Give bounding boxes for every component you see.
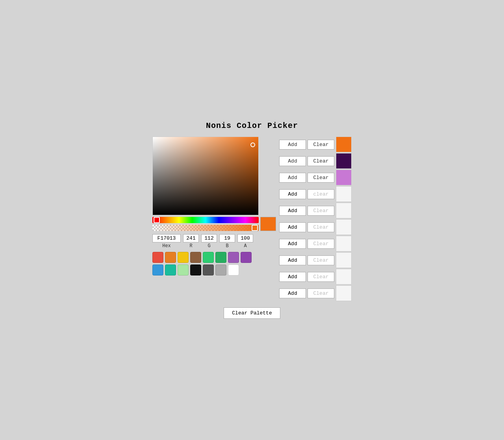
preset-light-green[interactable] <box>178 264 189 275</box>
palette-row: AddClear <box>279 203 352 218</box>
palette-clear-button[interactable]: Clear <box>308 288 334 298</box>
palette-clear-button[interactable]: Clear <box>308 239 334 249</box>
palette-swatch <box>336 219 352 235</box>
palette-add-button[interactable]: Add <box>279 140 306 150</box>
hue-slider-wrapper[interactable] <box>152 217 259 223</box>
palette-row: AddClear <box>279 219 352 235</box>
palette-clear-button[interactable]: Clear <box>308 206 334 216</box>
palette-row: AddClear <box>279 137 352 152</box>
a-input-group: A <box>237 234 253 249</box>
alpha-slider-wrapper[interactable] <box>152 225 259 231</box>
palette-add-button[interactable]: Add <box>279 239 306 249</box>
color-gradient-canvas[interactable] <box>152 137 259 215</box>
preset-cyan[interactable] <box>165 264 176 275</box>
palette-row: AddClear <box>279 170 352 185</box>
hue-thumb[interactable] <box>154 217 160 223</box>
palette-swatch <box>336 137 352 152</box>
palette-add-button[interactable]: Add <box>279 255 306 265</box>
preset-purple-light[interactable] <box>228 252 239 263</box>
preset-green[interactable] <box>203 252 214 263</box>
preset-blue[interactable] <box>152 264 163 275</box>
preset-dark-gray[interactable] <box>203 264 214 275</box>
palette-clear-button[interactable]: Clear <box>308 272 334 282</box>
preset-brown[interactable] <box>190 252 201 263</box>
palette-add-button[interactable]: Add <box>279 189 306 199</box>
preset-gray[interactable] <box>215 264 226 275</box>
palette-swatch <box>336 252 352 268</box>
palette-swatch <box>336 170 352 185</box>
preset-purple-dark[interactable] <box>241 252 252 263</box>
palette-row: AddClear <box>279 285 352 301</box>
color-values: Hex R G B A <box>152 234 276 249</box>
hex-input-group: Hex <box>152 234 181 249</box>
palette-clear-button[interactable]: Clear <box>308 173 334 183</box>
palette-swatch <box>336 203 352 218</box>
palette-clear-button[interactable]: Clear <box>308 255 334 265</box>
g-input[interactable] <box>201 234 217 242</box>
preset-row-2 <box>152 264 276 275</box>
palette-swatch <box>336 236 352 251</box>
palette-row: AddClear <box>279 252 352 268</box>
right-panel: AddClearAddClearAddClearAddclearAddClear… <box>279 137 352 301</box>
preset-red[interactable] <box>152 252 163 263</box>
palette-swatch <box>336 285 352 301</box>
palette-add-button[interactable]: Add <box>279 206 306 216</box>
a-label: A <box>244 243 246 249</box>
palette-add-button[interactable]: Add <box>279 272 306 282</box>
left-panel: Hex R G B A <box>152 137 276 275</box>
palette-row: Addclear <box>279 186 352 202</box>
palette-clear-button[interactable]: clear <box>308 189 334 199</box>
alpha-thumb[interactable] <box>252 225 258 231</box>
hex-label: Hex <box>162 243 171 249</box>
preset-dark-green[interactable] <box>215 252 226 263</box>
sliders-row <box>152 217 276 231</box>
current-color-preview <box>260 217 276 231</box>
gradient-cursor <box>250 142 255 147</box>
b-label: B <box>226 243 228 249</box>
r-label: R <box>189 243 192 249</box>
preset-orange[interactable] <box>165 252 176 263</box>
palette-add-button[interactable]: Add <box>279 288 306 298</box>
palette-swatch <box>336 269 352 285</box>
preset-black[interactable] <box>190 264 201 275</box>
palette-swatch <box>336 186 352 202</box>
alpha-slider[interactable] <box>152 225 259 231</box>
preset-row-1 <box>152 252 276 263</box>
palette-clear-button[interactable]: Clear <box>308 140 334 150</box>
palette-row: AddClear <box>279 236 352 251</box>
r-input[interactable] <box>183 234 199 242</box>
clear-palette-button[interactable]: Clear Palette <box>224 307 280 319</box>
palette-add-button[interactable]: Add <box>279 156 306 166</box>
r-input-group: R <box>183 234 199 249</box>
g-input-group: G <box>201 234 217 249</box>
a-input[interactable] <box>237 234 253 242</box>
palette-swatch <box>336 153 352 169</box>
sliders-col <box>152 217 259 231</box>
preset-yellow[interactable] <box>178 252 189 263</box>
palette-row: AddClear <box>279 153 352 169</box>
palette-add-button[interactable]: Add <box>279 222 306 232</box>
palette-clear-button[interactable]: Clear <box>308 222 334 232</box>
preset-colors <box>152 252 276 275</box>
b-input-group: B <box>219 234 235 249</box>
b-input[interactable] <box>219 234 235 242</box>
picker-body: Hex R G B A <box>152 137 352 301</box>
g-label: G <box>208 243 210 249</box>
preset-white[interactable] <box>228 264 239 275</box>
color-picker: Nonis Color Picker <box>152 121 352 319</box>
palette-clear-button[interactable]: Clear <box>308 156 334 166</box>
hue-slider[interactable] <box>152 217 259 223</box>
palette-add-button[interactable]: Add <box>279 173 306 183</box>
palette-row: AddClear <box>279 269 352 285</box>
hex-input[interactable] <box>152 234 181 242</box>
picker-title: Nonis Color Picker <box>206 121 298 130</box>
